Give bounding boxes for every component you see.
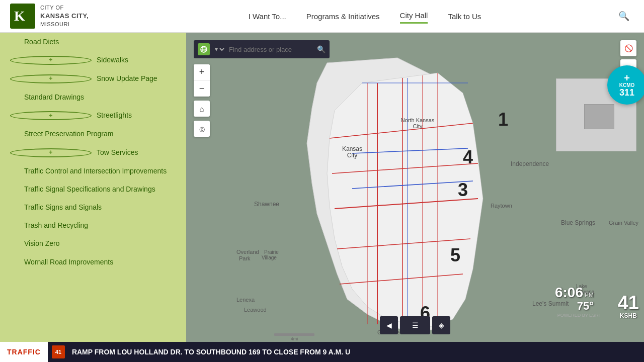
header-search-icon[interactable]: 🔍 bbox=[614, 6, 634, 26]
ticker-text: RAMP FROM LOU HOLLAND DR. TO SOUTHBOUND … bbox=[69, 348, 644, 356]
logo-area: K CITY OF KANSAS CITY, MISSOURI bbox=[0, 4, 116, 29]
mini-map-viewport bbox=[584, 104, 614, 129]
svg-text:Grain Valley: Grain Valley bbox=[609, 220, 639, 226]
map-locate-button[interactable]: ◎ bbox=[194, 121, 210, 137]
map-search-bar: ▾ 🔍 bbox=[194, 40, 330, 58]
main-nav: I Want To... Programs & Initiatives City… bbox=[116, 9, 614, 24]
svg-text:3: 3 bbox=[458, 179, 468, 200]
map-list-button[interactable]: ☰ bbox=[400, 316, 430, 334]
map-back-button[interactable]: ◀ bbox=[380, 316, 398, 334]
svg-text:5: 5 bbox=[450, 245, 460, 265]
svg-text:North Kansas: North Kansas bbox=[401, 117, 435, 123]
nav-item-talk-to-us[interactable]: Talk to Us bbox=[448, 10, 481, 23]
sidebar-item-road-diets[interactable]: Road Diets bbox=[0, 33, 186, 51]
zoom-controls: + − bbox=[194, 64, 210, 97]
svg-text:Blue Springs: Blue Springs bbox=[561, 219, 595, 226]
svg-text:Prairie: Prairie bbox=[264, 249, 279, 255]
svg-text:Raytown: Raytown bbox=[491, 203, 512, 209]
tv-channel-logo: 41 KSHB bbox=[618, 293, 639, 319]
sidebar-item-traffic-control[interactable]: Traffic Control and Intersection Improve… bbox=[0, 162, 186, 180]
channel-41-logo-icon: 41 bbox=[52, 345, 65, 358]
expand-icon-snow bbox=[10, 74, 92, 83]
sidebar-item-traffic-signal-specs[interactable]: Traffic Signal Specifications and Drawin… bbox=[0, 180, 186, 198]
sidebar-item-snow-update[interactable]: Snow Update Page bbox=[0, 69, 186, 88]
map-toolbar: ▾ 🔍 + − ⌂ ◎ bbox=[194, 40, 330, 137]
logo-text: CITY OF KANSAS CITY, MISSOURI bbox=[40, 4, 89, 29]
kcmo-311-plus: + bbox=[624, 73, 630, 83]
svg-text:1: 1 bbox=[498, 109, 508, 130]
map-bottom-controls: ◀ ☰ ◈ bbox=[380, 316, 450, 334]
clock-suffix: PM bbox=[585, 292, 594, 299]
sidebar-item-sidewalks[interactable]: Sidewalks bbox=[0, 51, 186, 69]
svg-text:K: K bbox=[14, 8, 25, 24]
svg-text:Lenexa: Lenexa bbox=[236, 297, 255, 303]
sidebar-item-tow-services[interactable]: Tow Services bbox=[0, 143, 186, 162]
sidebar-item-standard-drawings[interactable]: Standard Drawings bbox=[0, 88, 186, 106]
hide-layer-button[interactable]: 🚫 bbox=[620, 40, 636, 56]
svg-text:Park: Park bbox=[239, 255, 251, 261]
sidebar-item-street-preservation[interactable]: Street Preservation Program bbox=[0, 125, 186, 143]
svg-text:Village: Village bbox=[262, 255, 277, 260]
search-type-dropdown[interactable]: ▾ bbox=[213, 45, 226, 53]
site-logo-icon[interactable]: K bbox=[10, 4, 35, 29]
traffic-label: TRAFFIC bbox=[0, 342, 48, 362]
kcmo-311-button[interactable]: + KCMO 311 bbox=[607, 65, 644, 105]
svg-rect-44 bbox=[274, 333, 314, 336]
tv-clock-overlay: 6:06 PM 75° bbox=[555, 286, 594, 313]
tv-channel-number: 41 bbox=[618, 293, 639, 312]
svg-text:City: City bbox=[347, 152, 358, 159]
sidebar-item-streetlights[interactable]: Streetlights bbox=[0, 106, 186, 125]
map-home-button[interactable]: ⌂ bbox=[194, 101, 210, 117]
esri-powered-by: POWERED BY ESRI bbox=[557, 313, 600, 318]
clock-time: 6:06 bbox=[555, 286, 583, 300]
svg-text:Overland: Overland bbox=[236, 249, 259, 255]
expand-icon-tow bbox=[10, 148, 92, 157]
nav-item-city-hall[interactable]: City Hall bbox=[400, 9, 428, 24]
svg-text:4: 4 bbox=[463, 147, 473, 167]
svg-text:City: City bbox=[413, 123, 423, 129]
svg-text:Shawnee: Shawnee bbox=[254, 201, 279, 208]
svg-text:Leawood: Leawood bbox=[244, 307, 267, 313]
zoom-in-button[interactable]: + bbox=[194, 64, 210, 80]
expand-icon-sidewalks bbox=[10, 56, 92, 65]
map-area[interactable]: 1 4 3 5 6 North Kansas City Kansas City … bbox=[186, 33, 644, 342]
expand-icon-streetlights bbox=[10, 111, 92, 120]
kcmo-311-number: 311 bbox=[619, 88, 634, 97]
zoom-out-button[interactable]: − bbox=[194, 80, 210, 97]
svg-text:Kansas: Kansas bbox=[342, 145, 362, 152]
sidebar: Road Diets Sidewalks Snow Update Page St… bbox=[0, 33, 186, 362]
nav-item-programs[interactable]: Programs & Initiatives bbox=[306, 10, 380, 23]
sidebar-item-wornall[interactable]: Wornall Road Improvements bbox=[0, 253, 186, 271]
svg-text:4mi: 4mi bbox=[291, 336, 298, 341]
map-layers-button[interactable]: ◈ bbox=[432, 316, 450, 334]
channel-badge: 41 bbox=[48, 342, 69, 362]
header: K CITY OF KANSAS CITY, MISSOURI I Want T… bbox=[0, 0, 644, 33]
sidebar-item-trash[interactable]: Trash and Recycling bbox=[0, 216, 186, 234]
sidebar-item-traffic-signs[interactable]: Traffic Signs and Signals bbox=[0, 198, 186, 216]
tv-ticker-bar: TRAFFIC 41 RAMP FROM LOU HOLLAND DR. TO … bbox=[0, 342, 644, 362]
nav-item-i-want-to[interactable]: I Want To... bbox=[249, 10, 286, 23]
map-search-input[interactable] bbox=[229, 46, 314, 53]
clock-temp: 75° bbox=[555, 300, 594, 313]
tv-network-name: KSHB bbox=[620, 312, 637, 319]
map-search-button[interactable]: 🔍 bbox=[317, 45, 326, 53]
svg-text:Independence: Independence bbox=[511, 160, 549, 167]
esri-logo-icon bbox=[198, 43, 210, 55]
sidebar-item-vision-zero[interactable]: Vision Zero bbox=[0, 234, 186, 252]
